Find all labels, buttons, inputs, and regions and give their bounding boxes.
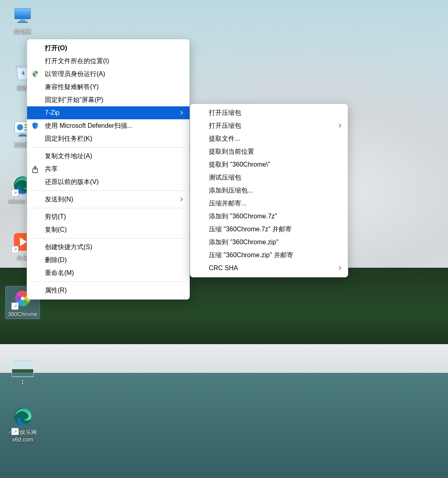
menu-item-label: 复制文件地址(A)	[45, 152, 92, 159]
submenu-item-360chrome-zip-11[interactable]: 压缩 "360Chrome.zip" 并邮寄	[190, 249, 348, 262]
menu-item-label: 兼容性疑难解答(Y)	[45, 83, 99, 90]
menu-item-microsoft-defender[interactable]: 使用 Microsoft Defender扫描...	[27, 119, 189, 132]
submenu-item-sub-0-0[interactable]: 打开压缩包	[190, 106, 348, 119]
submenu-item-label: 压缩 "360Chrome.zip" 并邮寄	[209, 252, 293, 258]
menu-item-p[interactable]: 固定到"开始"屏幕(P)	[27, 93, 189, 106]
menu-item-label: 共享	[45, 165, 58, 172]
menu-item-7-zip[interactable]: 7-Zip	[27, 106, 189, 119]
menu-item-label: 使用 Microsoft Defender扫描...	[45, 122, 133, 129]
menu-separator	[31, 238, 185, 239]
menu-item-label: 以管理员身份运行(A)	[45, 70, 105, 77]
menu-item-s[interactable]: 创建快捷方式(S)	[27, 241, 189, 254]
menu-item-label: 固定到任务栏(K)	[45, 135, 92, 142]
shortcut-arrow-icon: ↗	[11, 189, 19, 197]
menu-item-a[interactable]: 复制文件地址(A)	[27, 150, 189, 163]
svg-rect-2	[20, 20, 25, 21]
desktop-icon-edge2[interactable]: ↗ 小刀娱乐网 x6d.com	[6, 404, 40, 444]
menu-item-o[interactable]: 打开(O)	[27, 42, 189, 55]
menu-separator	[31, 190, 185, 191]
chevron-right-icon	[179, 110, 185, 116]
submenu-item-crc-sha-12[interactable]: CRC SHA	[190, 262, 348, 275]
desktop-icon-this-pc[interactable]: 此电脑	[6, 3, 40, 36]
submenu-item-360chrome-zip-10[interactable]: 添加到 "360Chrome.zip"	[190, 236, 348, 249]
menu-item-label: 创建快捷方式(S)	[45, 243, 92, 250]
menu-item-y[interactable]: 兼容性疑难解答(Y)	[27, 80, 189, 93]
menu-item-d[interactable]: 删除(D)	[27, 254, 189, 266]
shield-defender-icon	[31, 122, 39, 130]
submenu-item-360chrome-7z-8[interactable]: 添加到 "360Chrome.7z"	[190, 210, 348, 223]
menu-item-a[interactable]: 以管理员身份运行(A)	[27, 68, 189, 80]
shortcut-arrow-icon: ↗	[11, 428, 19, 435]
shortcut-arrow-icon: ↗	[11, 246, 19, 253]
menu-item-item-10[interactable]: 共享	[27, 163, 189, 176]
desktop[interactable]: 此电脑 回收 控制面 ↗ Micros Edg ↗ 向日 ↗ 360Chrome	[0, 0, 448, 478]
submenu-item-sub-2-2[interactable]: 提取文件...	[190, 132, 348, 145]
submenu-item-label: 提取文件...	[209, 135, 240, 142]
submenu-item-label: 打开压缩包	[209, 122, 241, 129]
submenu-item-label: CRC SHA	[209, 264, 238, 271]
submenu-item-360chrome-4[interactable]: 提取到 "360Chrome\"	[190, 158, 348, 171]
chevron-right-icon	[337, 265, 343, 271]
submenu-item-label: 打开压缩包	[209, 109, 241, 116]
menu-item-r[interactable]: 属性(R)	[27, 284, 189, 297]
shield-uac-icon	[31, 70, 39, 78]
desktop-icon-label: 1	[7, 379, 38, 386]
menu-item-label: 打开(O)	[45, 44, 67, 51]
menu-item-label: 删除(D)	[45, 256, 67, 263]
menu-item-label: 属性(R)	[45, 287, 67, 294]
menu-item-label: 7-Zip	[45, 109, 59, 116]
submenu-item-label: 添加到 "360Chrome.7z"	[209, 213, 277, 220]
svg-rect-3	[17, 21, 28, 23]
svg-rect-7	[18, 135, 27, 136]
context-submenu-7zip: 打开压缩包打开压缩包提取文件...提取到当前位置提取到 "360Chrome\"…	[190, 104, 348, 277]
shortcut-arrow-icon: ↗	[11, 302, 19, 310]
submenu-item-label: 压缩 "360Chrome.7z" 并邮寄	[209, 226, 292, 233]
submenu-item-label: 提取到 "360Chrome\"	[209, 161, 270, 168]
svg-point-5	[17, 124, 23, 130]
menu-separator	[31, 208, 185, 208]
submenu-item-sub-7-7[interactable]: 压缩并邮寄...	[190, 197, 348, 210]
edge-icon	[12, 406, 33, 427]
submenu-item-sub-6-6[interactable]: 添加到压缩包...	[190, 184, 348, 197]
submenu-item-360chrome-7z-9[interactable]: 压缩 "360Chrome.7z" 并邮寄	[190, 223, 348, 236]
context-menu: 打开(O)打开文件所在的位置(I)以管理员身份运行(A)兼容性疑难解答(Y)固定…	[27, 39, 190, 300]
menu-item-label: 复制(C)	[45, 226, 67, 233]
pc-icon	[12, 5, 33, 26]
menu-item-label: 重命名(M)	[45, 269, 74, 276]
menu-item-k[interactable]: 固定到任务栏(K)	[27, 132, 189, 145]
submenu-item-sub-5-5[interactable]: 测试压缩包	[190, 171, 348, 184]
submenu-item-label: 测试压缩包	[209, 174, 241, 181]
chevron-right-icon	[337, 123, 343, 129]
menu-separator	[31, 147, 185, 148]
svg-point-11	[21, 297, 25, 300]
menu-item-label: 发送到(N)	[45, 196, 73, 203]
menu-item-label: 打开文件所在的位置(I)	[45, 57, 109, 64]
menu-item-label: 还原以前的版本(V)	[45, 178, 99, 185]
menu-item-label: 剪切(T)	[45, 213, 66, 220]
menu-item-m[interactable]: 重命名(M)	[27, 266, 189, 279]
menu-item-t[interactable]: 剪切(T)	[27, 210, 189, 223]
menu-separator	[31, 281, 185, 282]
submenu-item-label: 压缩并邮寄...	[209, 200, 246, 207]
submenu-item-label: 提取到当前位置	[209, 148, 254, 155]
submenu-item-label: 添加到 "360Chrome.zip"	[209, 239, 278, 245]
desktop-icon-label: 此电脑	[7, 27, 38, 35]
thumbnail-icon	[12, 360, 34, 377]
menu-item-c[interactable]: 复制(C)	[27, 223, 189, 236]
submenu-item-sub-1-1[interactable]: 打开压缩包	[190, 119, 348, 132]
desktop-icon-screenshot[interactable]: 1	[6, 356, 40, 387]
menu-item-label: 固定到"开始"屏幕(P)	[45, 96, 103, 103]
submenu-item-label: 添加到压缩包...	[209, 187, 253, 194]
chevron-right-icon	[179, 197, 185, 202]
submenu-item-sub-3-3[interactable]: 提取到当前位置	[190, 145, 348, 158]
svg-rect-6	[20, 134, 25, 135]
svg-rect-1	[15, 8, 31, 19]
menu-item-v[interactable]: 还原以前的版本(V)	[27, 176, 189, 188]
menu-item-n[interactable]: 发送到(N)	[27, 193, 189, 206]
desktop-icon-label: 360Chrome	[7, 311, 38, 318]
share-icon	[31, 165, 39, 173]
menu-item-i[interactable]: 打开文件所在的位置(I)	[27, 55, 189, 68]
